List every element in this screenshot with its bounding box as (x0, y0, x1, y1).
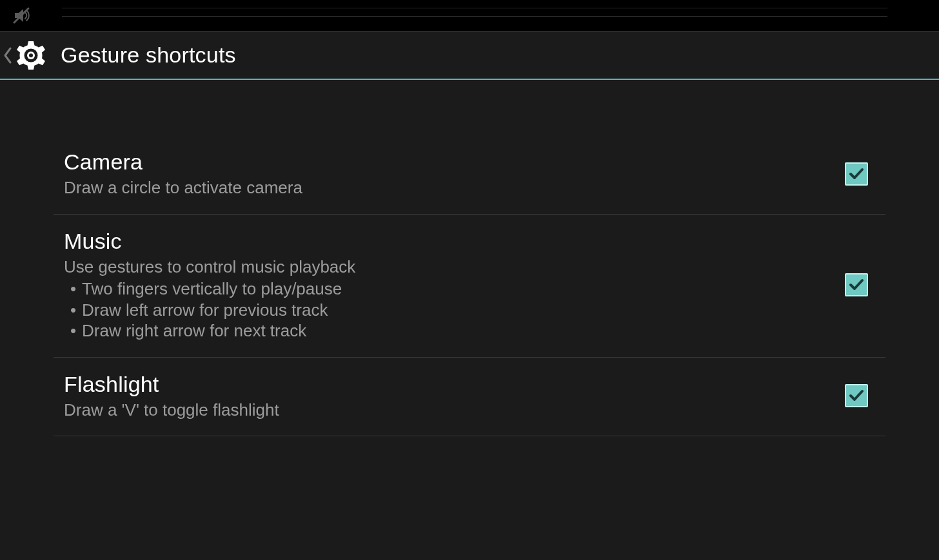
content-area: Camera Draw a circle to activate camera … (0, 80, 939, 560)
action-bar: Gesture shortcuts (0, 31, 939, 80)
status-line (62, 8, 887, 8)
mute-icon (10, 5, 32, 26)
setting-text: Music Use gestures to control music play… (64, 229, 827, 342)
checkmark-icon (848, 387, 865, 404)
bullet-item: Draw right arrow for next track (73, 320, 812, 342)
setting-description: Draw a 'V' to toggle flashlight (64, 400, 812, 421)
checkmark-icon (848, 166, 865, 182)
setting-title: Camera (64, 150, 812, 175)
setting-description: Draw a circle to activate camera (64, 177, 812, 198)
setting-description-lead: Use gestures to control music playback (64, 257, 355, 276)
setting-text: Camera Draw a circle to activate camera (64, 150, 827, 198)
setting-description: Use gestures to control music playback T… (64, 256, 812, 342)
setting-description-bullets: Two fingers vertically to play/pause Dra… (64, 278, 812, 342)
bullet-item: Two fingers vertically to play/pause (73, 278, 812, 300)
setting-row-camera[interactable]: Camera Draw a circle to activate camera (54, 135, 885, 215)
settings-list: Camera Draw a circle to activate camera … (54, 135, 885, 436)
svg-point-3 (29, 53, 33, 57)
setting-text: Flashlight Draw a 'V' to toggle flashlig… (64, 372, 827, 421)
chevron-left-icon (3, 46, 13, 64)
status-line (62, 16, 887, 17)
back-button[interactable] (3, 32, 54, 79)
setting-title: Flashlight (64, 372, 812, 397)
setting-row-music[interactable]: Music Use gestures to control music play… (54, 215, 885, 358)
gear-icon (14, 39, 48, 72)
checkbox-flashlight[interactable] (845, 384, 868, 407)
bullet-item: Draw left arrow for previous track (73, 300, 812, 321)
status-bar[interactable] (0, 0, 939, 31)
checkmark-icon (848, 276, 865, 293)
checkbox-music[interactable] (845, 273, 868, 296)
checkbox-camera[interactable] (845, 162, 868, 186)
setting-row-flashlight[interactable]: Flashlight Draw a 'V' to toggle flashlig… (54, 358, 885, 437)
setting-title: Music (64, 229, 812, 254)
page-title: Gesture shortcuts (61, 43, 236, 68)
